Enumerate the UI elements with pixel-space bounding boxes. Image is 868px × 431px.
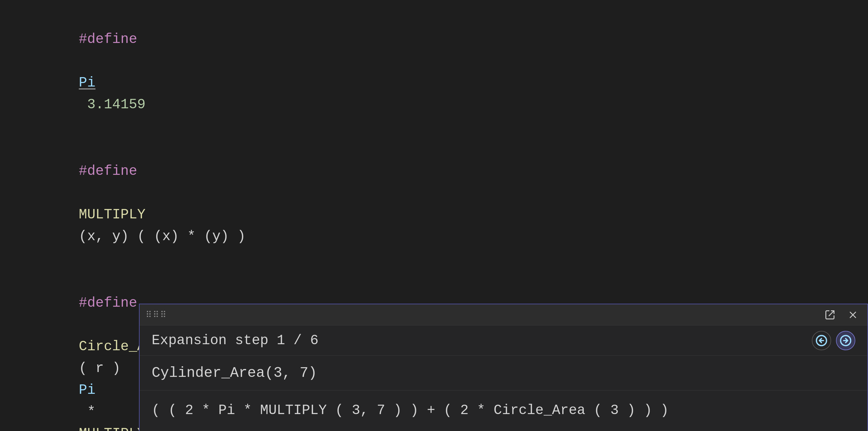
code-line-define-multiply: #define MULTIPLY (x, y) ( (x) * (y) ) bbox=[0, 138, 868, 270]
original-text: Cylinder_Area(3, 7) bbox=[152, 365, 317, 381]
panel-titlebar: ⠿⠿⠿ bbox=[140, 304, 867, 325]
panel-external-button[interactable] bbox=[822, 307, 838, 323]
nav-back-button[interactable] bbox=[812, 331, 831, 350]
expansion-original: Cylinder_Area(3, 7) bbox=[140, 356, 867, 391]
expansion-result: ( ( 2 * Pi * MULTIPLY ( 3, 7 ) ) + ( 2 *… bbox=[140, 391, 867, 431]
token-preprocessor: #define bbox=[79, 31, 137, 47]
drag-handle: ⠿⠿⠿ bbox=[146, 310, 167, 320]
nav-forward-button[interactable] bbox=[836, 331, 855, 350]
token-pi-value: 3.14159 bbox=[79, 97, 146, 113]
nav-controls bbox=[812, 331, 855, 350]
panel-window-controls bbox=[822, 307, 861, 323]
expansion-step-title: Expansion step 1 / 6 bbox=[152, 333, 318, 348]
token-pi: Pi bbox=[79, 75, 95, 91]
panel-close-button[interactable] bbox=[844, 307, 861, 323]
expanded-text: ( ( 2 * Pi * MULTIPLY ( 3, 7 ) ) + ( 2 *… bbox=[152, 403, 669, 418]
code-editor: #define Pi 3.14159 #define MULTIPLY (x, … bbox=[0, 0, 868, 431]
expansion-panel: ⠿⠿⠿ Expansion step bbox=[139, 304, 868, 431]
code-line-define-pi: #define Pi 3.14159 bbox=[0, 6, 868, 138]
panel-header: Expansion step 1 / 6 bbox=[140, 325, 867, 356]
